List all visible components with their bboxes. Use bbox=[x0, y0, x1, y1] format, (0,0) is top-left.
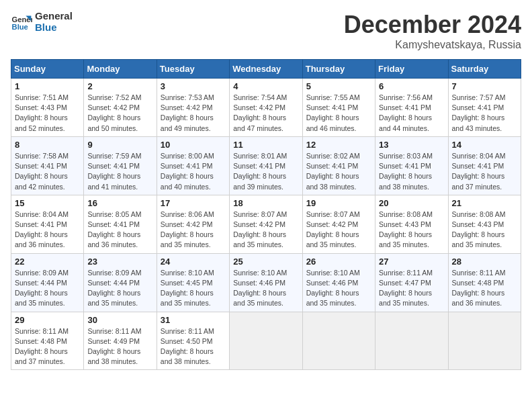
day-cell bbox=[302, 312, 375, 370]
day-info: Sunrise: 8:08 AMSunset: 4:43 PMDaylight:… bbox=[452, 210, 517, 250]
weekday-header-friday: Friday bbox=[375, 60, 448, 79]
month-title: December 2024 bbox=[344, 11, 521, 39]
day-cell: 10 Sunrise: 8:00 AMSunset: 4:41 PMDaylig… bbox=[157, 136, 229, 195]
day-number: 19 bbox=[306, 198, 371, 208]
day-cell: 30 Sunrise: 8:11 AMSunset: 4:49 PMDaylig… bbox=[84, 312, 157, 370]
day-info: Sunrise: 8:04 AMSunset: 4:41 PMDaylight:… bbox=[15, 210, 80, 250]
day-number: 26 bbox=[306, 257, 371, 267]
day-number: 25 bbox=[233, 257, 298, 267]
day-cell: 27 Sunrise: 8:11 AMSunset: 4:47 PMDaylig… bbox=[375, 253, 448, 312]
day-number: 5 bbox=[306, 81, 371, 91]
day-number: 3 bbox=[161, 81, 226, 91]
day-cell: 18 Sunrise: 8:07 AMSunset: 4:42 PMDaylig… bbox=[230, 195, 302, 253]
day-info: Sunrise: 8:11 AMSunset: 4:47 PMDaylight:… bbox=[379, 268, 444, 309]
day-number: 31 bbox=[161, 315, 226, 325]
day-cell: 7 Sunrise: 7:57 AMSunset: 4:41 PMDayligh… bbox=[448, 79, 521, 137]
week-row-5: 29 Sunrise: 8:11 AMSunset: 4:48 PMDaylig… bbox=[11, 312, 521, 370]
day-info: Sunrise: 8:08 AMSunset: 4:43 PMDaylight:… bbox=[379, 210, 444, 250]
day-info: Sunrise: 7:52 AMSunset: 4:42 PMDaylight:… bbox=[87, 93, 152, 134]
weekday-header-sunday: Sunday bbox=[11, 60, 84, 79]
day-info: Sunrise: 8:07 AMSunset: 4:42 PMDaylight:… bbox=[233, 210, 298, 250]
week-row-1: 1 Sunrise: 7:51 AMSunset: 4:43 PMDayligh… bbox=[11, 79, 521, 137]
day-info: Sunrise: 8:03 AMSunset: 4:41 PMDaylight:… bbox=[379, 151, 444, 192]
calendar-title-area: December 2024 Kamyshevatskaya, Russia bbox=[344, 11, 521, 51]
svg-text:Blue: Blue bbox=[12, 23, 28, 31]
day-info: Sunrise: 8:11 AMSunset: 4:50 PMDaylight:… bbox=[161, 326, 226, 367]
day-number: 15 bbox=[15, 198, 80, 208]
day-cell: 8 Sunrise: 7:58 AMSunset: 4:41 PMDayligh… bbox=[11, 136, 84, 195]
day-info: Sunrise: 7:55 AMSunset: 4:41 PMDaylight:… bbox=[306, 93, 371, 134]
location-title: Kamyshevatskaya, Russia bbox=[344, 39, 521, 51]
day-number: 13 bbox=[379, 140, 444, 150]
day-info: Sunrise: 7:56 AMSunset: 4:41 PMDaylight:… bbox=[379, 93, 444, 134]
day-cell: 16 Sunrise: 8:05 AMSunset: 4:41 PMDaylig… bbox=[84, 195, 157, 253]
day-cell bbox=[230, 312, 302, 370]
weekday-header-saturday: Saturday bbox=[448, 60, 521, 79]
day-cell: 24 Sunrise: 8:10 AMSunset: 4:45 PMDaylig… bbox=[157, 253, 229, 312]
day-number: 21 bbox=[452, 198, 517, 208]
day-info: Sunrise: 8:00 AMSunset: 4:41 PMDaylight:… bbox=[161, 151, 226, 192]
day-info: Sunrise: 7:59 AMSunset: 4:41 PMDaylight:… bbox=[87, 151, 152, 192]
day-cell: 22 Sunrise: 8:09 AMSunset: 4:44 PMDaylig… bbox=[11, 253, 84, 312]
calendar-table: SundayMondayTuesdayWednesdayThursdayFrid… bbox=[11, 59, 521, 370]
day-cell: 5 Sunrise: 7:55 AMSunset: 4:41 PMDayligh… bbox=[302, 79, 375, 137]
page-header: General Blue General Blue December 2024 … bbox=[11, 11, 521, 51]
day-number: 27 bbox=[379, 257, 444, 267]
day-cell bbox=[375, 312, 448, 370]
day-cell: 23 Sunrise: 8:09 AMSunset: 4:44 PMDaylig… bbox=[84, 253, 157, 312]
day-info: Sunrise: 8:09 AMSunset: 4:44 PMDaylight:… bbox=[87, 268, 152, 309]
week-row-3: 15 Sunrise: 8:04 AMSunset: 4:41 PMDaylig… bbox=[11, 195, 521, 253]
day-number: 12 bbox=[306, 140, 371, 150]
day-cell: 13 Sunrise: 8:03 AMSunset: 4:41 PMDaylig… bbox=[375, 136, 448, 195]
day-cell: 1 Sunrise: 7:51 AMSunset: 4:43 PMDayligh… bbox=[11, 79, 84, 137]
day-cell: 3 Sunrise: 7:53 AMSunset: 4:42 PMDayligh… bbox=[157, 79, 229, 137]
day-number: 11 bbox=[233, 140, 298, 150]
day-cell: 31 Sunrise: 8:11 AMSunset: 4:50 PMDaylig… bbox=[157, 312, 229, 370]
day-info: Sunrise: 8:10 AMSunset: 4:45 PMDaylight:… bbox=[161, 268, 226, 309]
week-row-4: 22 Sunrise: 8:09 AMSunset: 4:44 PMDaylig… bbox=[11, 253, 521, 312]
week-row-2: 8 Sunrise: 7:58 AMSunset: 4:41 PMDayligh… bbox=[11, 136, 521, 195]
day-info: Sunrise: 7:54 AMSunset: 4:42 PMDaylight:… bbox=[233, 93, 298, 134]
day-cell: 9 Sunrise: 7:59 AMSunset: 4:41 PMDayligh… bbox=[84, 136, 157, 195]
day-number: 16 bbox=[87, 198, 152, 208]
day-info: Sunrise: 7:58 AMSunset: 4:41 PMDaylight:… bbox=[15, 151, 80, 192]
day-number: 8 bbox=[15, 140, 80, 150]
day-cell: 11 Sunrise: 8:01 AMSunset: 4:41 PMDaylig… bbox=[230, 136, 302, 195]
day-cell: 28 Sunrise: 8:11 AMSunset: 4:48 PMDaylig… bbox=[448, 253, 521, 312]
day-number: 18 bbox=[233, 198, 298, 208]
day-number: 28 bbox=[452, 257, 517, 267]
day-number: 7 bbox=[452, 81, 517, 91]
day-number: 2 bbox=[87, 81, 152, 91]
day-number: 14 bbox=[452, 140, 517, 150]
day-number: 29 bbox=[15, 315, 80, 325]
day-info: Sunrise: 8:06 AMSunset: 4:42 PMDaylight:… bbox=[161, 210, 226, 250]
day-number: 17 bbox=[161, 198, 226, 208]
day-info: Sunrise: 8:07 AMSunset: 4:42 PMDaylight:… bbox=[306, 210, 371, 250]
day-cell: 2 Sunrise: 7:52 AMSunset: 4:42 PMDayligh… bbox=[84, 79, 157, 137]
weekday-header-row: SundayMondayTuesdayWednesdayThursdayFrid… bbox=[11, 60, 521, 79]
day-info: Sunrise: 7:51 AMSunset: 4:43 PMDaylight:… bbox=[15, 93, 80, 134]
day-cell: 25 Sunrise: 8:10 AMSunset: 4:46 PMDaylig… bbox=[230, 253, 302, 312]
weekday-header-monday: Monday bbox=[84, 60, 157, 79]
logo: General Blue General Blue bbox=[11, 11, 73, 33]
day-info: Sunrise: 8:01 AMSunset: 4:41 PMDaylight:… bbox=[233, 151, 298, 192]
day-number: 23 bbox=[87, 257, 152, 267]
day-cell: 6 Sunrise: 7:56 AMSunset: 4:41 PMDayligh… bbox=[375, 79, 448, 137]
day-info: Sunrise: 8:09 AMSunset: 4:44 PMDaylight:… bbox=[15, 268, 80, 309]
logo-icon: General Blue bbox=[11, 11, 32, 33]
day-number: 20 bbox=[379, 198, 444, 208]
day-number: 10 bbox=[161, 140, 226, 150]
day-cell: 29 Sunrise: 8:11 AMSunset: 4:48 PMDaylig… bbox=[11, 312, 84, 370]
day-number: 6 bbox=[379, 81, 444, 91]
day-cell: 15 Sunrise: 8:04 AMSunset: 4:41 PMDaylig… bbox=[11, 195, 84, 253]
day-cell: 26 Sunrise: 8:10 AMSunset: 4:46 PMDaylig… bbox=[302, 253, 375, 312]
day-info: Sunrise: 8:11 AMSunset: 4:49 PMDaylight:… bbox=[87, 326, 152, 367]
day-cell: 17 Sunrise: 8:06 AMSunset: 4:42 PMDaylig… bbox=[157, 195, 229, 253]
logo-blue: Blue bbox=[35, 22, 73, 34]
day-number: 4 bbox=[233, 81, 298, 91]
day-cell bbox=[448, 312, 521, 370]
day-cell: 20 Sunrise: 8:08 AMSunset: 4:43 PMDaylig… bbox=[375, 195, 448, 253]
day-number: 22 bbox=[15, 257, 80, 267]
day-info: Sunrise: 8:10 AMSunset: 4:46 PMDaylight:… bbox=[233, 268, 298, 309]
day-info: Sunrise: 7:57 AMSunset: 4:41 PMDaylight:… bbox=[452, 93, 517, 134]
